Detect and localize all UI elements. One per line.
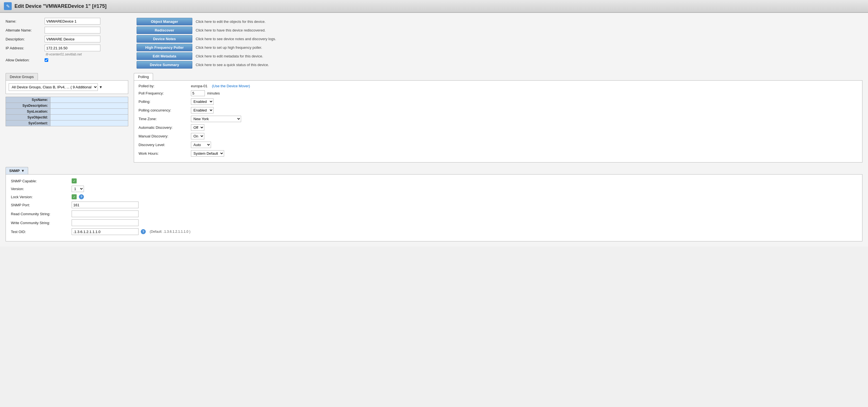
minutes-label: minutes <box>207 91 220 95</box>
version-select[interactable]: 1 2c 3 <box>72 186 84 192</box>
timezone-label: Time Zone: <box>138 117 189 121</box>
manual-discovery-label: Manual Discovery: <box>138 134 189 138</box>
device-form: Name: Alternate Name: Description: IP Ad… <box>6 18 128 69</box>
discovery-level-select[interactable]: Auto Level 1 Level 2 Level 3 <box>191 142 211 148</box>
write-community-label: Write Community String: <box>11 221 69 225</box>
high-frequency-desc: Click here to set up high frequency poll… <box>196 45 262 50</box>
action-buttons: Object Manager Click here to edit the ob… <box>136 18 862 69</box>
allow-deletion-checkbox[interactable] <box>44 58 48 62</box>
ip-address-label: IP Address: <box>6 46 44 50</box>
polled-by-value: europa-01 <box>191 84 207 88</box>
version-label: Version: <box>11 187 69 191</box>
syscontact-value <box>50 120 128 126</box>
sysname-value <box>50 97 128 103</box>
description-label: Description: <box>6 37 44 41</box>
device-notes-desc: Click here to see device notes and disco… <box>196 37 276 41</box>
high-frequency-button[interactable]: High Frequency Poller <box>136 44 192 51</box>
timezone-select[interactable]: New York UTC Los Angeles <box>191 116 241 122</box>
auto-discovery-label: Automatic Discovery: <box>138 125 189 130</box>
sysdesc-value <box>50 103 128 109</box>
ip-link[interactable]: itl-vcenter01.sevitlab.net <box>46 53 82 56</box>
lock-version-label: Lock Version: <box>11 195 69 199</box>
high-frequency-row: High Frequency Poller Click here to set … <box>136 44 862 51</box>
polling-concurrency-label: Polling concurrency: <box>138 108 189 112</box>
table-row: SysDescription: <box>6 103 128 109</box>
object-manager-desc: Click here to edit the objects for this … <box>196 20 266 24</box>
page-title: Edit Device "VMWAREDevice 1" [#175] <box>14 3 106 9</box>
dropdown-arrow-icon: ▼ <box>99 85 102 89</box>
app-icon: ✎ <box>4 2 12 10</box>
snmp-port-input[interactable] <box>72 201 138 208</box>
title-bar: ✎ Edit Device "VMWAREDevice 1" [#175] <box>0 0 868 13</box>
device-notes-row: Device Notes Click here to see device no… <box>136 35 862 43</box>
rediscover-desc: Click here to have this device rediscove… <box>196 28 266 32</box>
name-input[interactable] <box>44 18 100 25</box>
auto-discovery-select[interactable]: Off On <box>191 124 204 131</box>
table-row: SysContact: <box>6 120 128 126</box>
sys-info-table: SysName: SysDescription: SysLocation: Sy… <box>6 97 128 126</box>
device-summary-desc: Click here to see a quick status of this… <box>196 63 269 67</box>
snmp-capable-label: SNMP Capable: <box>11 179 69 183</box>
test-oid-input[interactable] <box>72 228 138 235</box>
rediscover-button[interactable]: Rediscover <box>136 27 192 34</box>
test-oid-default: (Default: .1.3.6.1.2.1.1.1.0 ) <box>150 230 190 233</box>
polled-by-label: Polled by: <box>138 84 189 88</box>
object-manager-row: Object Manager Click here to edit the ob… <box>136 18 862 25</box>
rediscover-row: Rediscover Click here to have this devic… <box>136 27 862 34</box>
snmp-tab[interactable]: SNMP ▼ <box>6 167 28 174</box>
device-summary-button[interactable]: Device Summary <box>136 61 192 69</box>
table-row: SysLocation: <box>6 109 128 115</box>
device-notes-button[interactable]: Device Notes <box>136 35 192 43</box>
test-oid-help-icon[interactable]: ? <box>141 229 146 234</box>
sysloc-label: SysLocation: <box>6 109 51 115</box>
snmp-capable-checkbox[interactable]: ✓ <box>72 179 76 183</box>
allow-deletion-label: Allow Deletion: <box>6 58 44 62</box>
polling-tab[interactable]: Polling <box>134 73 153 80</box>
table-row: SysName: <box>6 97 128 103</box>
polling-section: Polling Polled by: europa-01 (Use the De… <box>134 73 862 162</box>
edit-metadata-desc: Click here to edit metadata for this dev… <box>196 54 263 58</box>
polling-select[interactable]: Enabled Disabled <box>191 98 214 105</box>
work-hours-label: Work Hours: <box>138 151 189 156</box>
read-community-label: Read Community String: <box>11 212 69 216</box>
device-groups-section: Device Groups All Device Groups, Class B… <box>6 73 128 162</box>
sysdesc-label: SysDescription: <box>6 103 51 109</box>
name-label: Name: <box>6 19 44 24</box>
device-groups-tab[interactable]: Device Groups <box>6 73 38 80</box>
snmp-dropdown-arrow-icon: ▼ <box>21 169 25 173</box>
poll-frequency-input[interactable] <box>191 90 205 96</box>
discovery-level-label: Discovery Level: <box>138 143 189 147</box>
alternate-name-input[interactable] <box>44 27 100 33</box>
alternate-name-label: Alternate Name: <box>6 28 44 32</box>
sysloc-value <box>50 109 128 115</box>
snmp-port-label: SNMP Port: <box>11 203 69 207</box>
syscontact-label: SysContact: <box>6 120 51 126</box>
test-oid-label: Test OID: <box>11 230 69 234</box>
snmp-tab-label: SNMP <box>9 169 20 173</box>
poll-freq-label: Poll Frequency: <box>138 91 189 95</box>
work-hours-select[interactable]: System Default Custom <box>191 150 224 157</box>
sysobj-value <box>50 115 128 120</box>
description-input[interactable] <box>44 36 100 42</box>
device-mover-link[interactable]: (Use the Device Mover) <box>212 84 250 88</box>
object-manager-button[interactable]: Object Manager <box>136 18 192 25</box>
lock-version-help-icon[interactable]: ? <box>79 194 84 199</box>
snmp-section: SNMP ▼ SNMP Capable: ✓ Version: 1 2c 3 L… <box>6 167 862 242</box>
lock-version-checkbox[interactable]: ✓ <box>72 194 76 199</box>
write-community-input[interactable] <box>72 219 138 226</box>
sysobj-label: SysObjectId: <box>6 115 51 120</box>
edit-metadata-button[interactable]: Edit Metadata <box>136 53 192 60</box>
read-community-input[interactable] <box>72 211 138 217</box>
manual-discovery-select[interactable]: On Off <box>191 133 204 139</box>
table-row: SysObjectId: <box>6 115 128 120</box>
device-groups-dropdown[interactable]: All Device Groups, Class B, IPv4, ... ( … <box>9 83 98 91</box>
device-summary-row: Device Summary Click here to see a quick… <box>136 61 862 69</box>
sysname-label: SysName: <box>6 97 51 103</box>
polling-concurrency-select[interactable]: Enabled Disabled <box>191 107 214 114</box>
edit-metadata-row: Edit Metadata Click here to edit metadat… <box>136 53 862 60</box>
ip-address-input[interactable] <box>44 44 100 51</box>
polling-label: Polling: <box>138 99 189 104</box>
